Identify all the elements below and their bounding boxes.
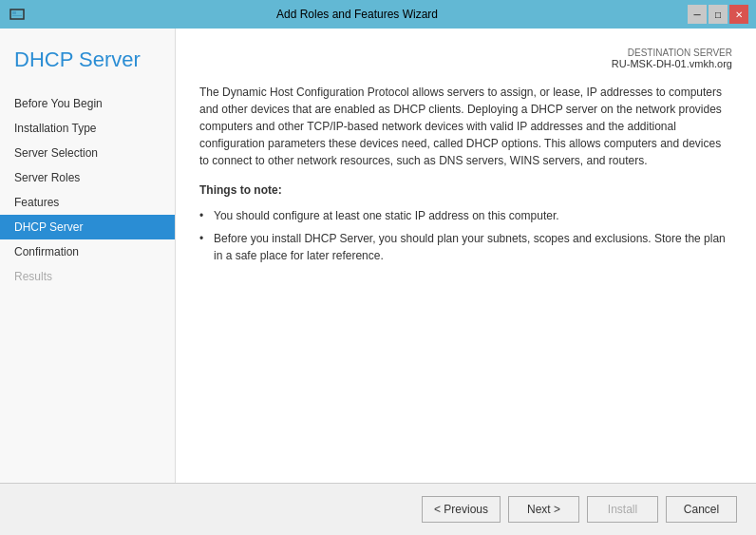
- svg-rect-2: [12, 15, 22, 16]
- main-container: DHCP Server Before You Begin Installatio…: [0, 29, 756, 483]
- footer: < Previous Next > Install Cancel: [0, 483, 756, 535]
- sidebar-item-server-roles[interactable]: Server Roles: [0, 165, 175, 190]
- content-description: The Dynamic Host Configuration Protocol …: [199, 84, 732, 169]
- things-to-note-label: Things to note:: [199, 183, 732, 197]
- notes-list: You should configure at least one static…: [199, 204, 732, 267]
- next-button[interactable]: Next >: [508, 496, 579, 523]
- title-bar-controls: ─ □ ✕: [688, 5, 748, 24]
- cancel-button[interactable]: Cancel: [666, 496, 737, 523]
- sidebar-item-before-you-begin[interactable]: Before You Begin: [0, 91, 175, 116]
- sidebar-item-dhcp-server[interactable]: DHCP Server: [0, 215, 175, 239]
- note-item-1: Before you install DHCP Server, you shou…: [199, 227, 732, 267]
- sidebar-title: DHCP Server: [0, 38, 175, 91]
- sidebar-item-server-selection[interactable]: Server Selection: [0, 141, 175, 165]
- content-area: DESTINATION SERVER RU-MSK-DH-01.vmkh.org…: [176, 29, 756, 483]
- note-item-0: You should configure at least one static…: [199, 204, 732, 227]
- title-bar-title: Add Roles and Features Wizard: [27, 8, 688, 21]
- title-bar: Add Roles and Features Wizard ─ □ ✕: [0, 0, 756, 29]
- maximize-button[interactable]: □: [709, 5, 728, 24]
- sidebar-item-installation-type[interactable]: Installation Type: [0, 116, 175, 141]
- previous-button[interactable]: < Previous: [422, 496, 501, 523]
- sidebar-item-features[interactable]: Features: [0, 190, 175, 215]
- destination-label: DESTINATION SERVER: [199, 48, 732, 58]
- svg-rect-1: [12, 11, 16, 14]
- minimize-button[interactable]: ─: [688, 5, 707, 24]
- sidebar-item-results: Results: [0, 264, 175, 289]
- close-button[interactable]: ✕: [729, 5, 748, 24]
- sidebar-item-confirmation[interactable]: Confirmation: [0, 239, 175, 264]
- install-button[interactable]: Install: [587, 496, 658, 523]
- title-bar-icon: [8, 5, 27, 24]
- sidebar: DHCP Server Before You Begin Installatio…: [0, 29, 176, 483]
- destination-server-name: RU-MSK-DH-01.vmkh.org: [612, 58, 732, 69]
- destination-server-block: DESTINATION SERVER RU-MSK-DH-01.vmkh.org: [199, 48, 732, 69]
